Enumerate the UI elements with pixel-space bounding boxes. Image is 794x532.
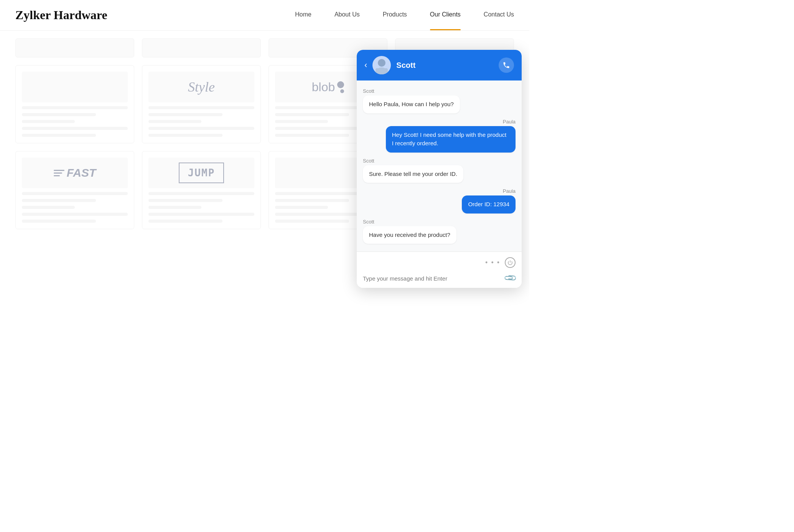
message-group-4: Paula Order ID: 12934 [363,188,516,213]
partial-card-1 [15,38,134,57]
chat-footer: • • • 📎 [357,251,522,288]
msg-sender-paula-1: Paula [363,119,516,125]
card-5-line-4 [22,213,128,216]
nav-about[interactable]: About Us [334,11,360,20]
fast-logo-container: FAST [22,158,128,188]
card-1-line-2 [22,113,96,116]
card-6-line-2 [148,199,222,202]
main-content: Style blob [0,31,529,237]
card-1-line-5 [22,134,96,137]
nav-home[interactable]: Home [295,11,311,20]
msg-sender-scott-1: Scott [363,88,516,94]
phone-icon [502,61,510,69]
card-3-line-5 [275,134,349,137]
chat-end-session-button[interactable] [505,257,516,268]
msg-sender-paula-2: Paula [363,188,516,194]
chat-messages-container: Scott Hello Paula, How can I help you? P… [357,80,522,251]
msg-bubble-3: Sure. Please tell me your order ID. [363,165,463,183]
card-7-line-2 [275,199,349,202]
msg-bubble-1: Hello Paula, How can I help you? [363,95,460,113]
chat-back-button[interactable]: ‹ [364,61,367,69]
jump-logo: JUMP [179,163,224,183]
svg-point-1 [378,59,385,67]
site-logo: Zylker Hardware [15,8,295,22]
card-1-line-4 [22,127,128,130]
blob-text: blob [312,80,335,94]
fast-line-1 [54,170,64,171]
message-group-5: Scott Have you received the product? [363,219,516,244]
chat-toolbar: • • • [363,255,516,270]
jump-logo-container: JUMP [148,158,254,188]
nav-clients[interactable]: Our Clients [430,11,461,20]
card-7-line-3 [275,206,328,209]
fast-speed-lines [54,170,64,176]
card-5-line-5 [22,220,96,223]
fast-line-3 [54,175,60,176]
svg-rect-2 [376,68,388,74]
card-5-line-2 [22,199,96,202]
message-group-3: Scott Sure. Please tell me your order ID… [363,158,516,183]
blob-logo: blob [312,80,344,94]
card-6-line-3 [148,206,201,209]
navbar: Zylker Hardware Home About Us Products O… [0,0,529,31]
card-1-image [22,72,128,102]
blob-dot-large [337,81,344,88]
style-logo: Style [188,79,215,95]
message-group-2: Paula Hey Scott! I need some help with t… [363,119,516,153]
client-card-jump: JUMP [142,151,261,229]
client-card-style: Style [142,65,261,143]
nav-contact[interactable]: Contact Us [484,11,514,20]
client-card-1 [15,65,134,143]
nav-links: Home About Us Products Our Clients Conta… [295,11,514,20]
msg-sender-scott-3: Scott [363,219,516,225]
chat-input-row: 📎 [363,270,516,285]
chat-message-input[interactable] [363,275,502,282]
partial-card-2 [142,38,261,57]
fast-logo: FAST [54,166,96,179]
card-6-line-1 [148,192,254,195]
card-2-line-3 [148,120,201,123]
fast-line-2 [54,172,62,174]
message-group-1: Scott Hello Paula, How can I help you? [363,88,516,113]
card-5-line-1 [22,192,128,195]
msg-sender-scott-2: Scott [363,158,516,164]
card-2-line-5 [148,134,222,137]
msg-bubble-5: Have you received the product? [363,226,456,244]
client-card-fast: FAST [15,151,134,229]
fast-text: FAST [67,166,96,179]
nav-products[interactable]: Products [383,11,407,20]
agent-avatar-image [372,56,391,74]
card-5-line-3 [22,206,75,209]
card-1-line-1 [22,106,128,109]
card-1-line-3 [22,120,75,123]
card-3-line-2 [275,113,349,116]
card-2-line-2 [148,113,222,116]
chat-agent-avatar [372,56,391,74]
card-7-line-5 [275,220,349,223]
chat-agent-name: Scott [396,61,493,70]
card-2-line-1 [148,106,254,109]
msg-bubble-4: Order ID: 12934 [462,195,516,213]
chat-widget: ‹ Scott Scott Hello Paula, How can I he [357,50,522,288]
msg-bubble-2: Hey Scott! I need some help with the pro… [386,126,516,153]
chat-attach-button[interactable]: 📎 [503,271,517,285]
blob-dot-small [340,89,344,93]
card-6-line-5 [148,220,222,223]
card-6-line-4 [148,213,254,216]
chat-header: ‹ Scott [357,50,522,80]
chat-phone-button[interactable] [499,57,514,73]
power-icon [507,260,513,265]
chat-more-options[interactable]: • • • [485,259,500,267]
card-2-line-4 [148,127,254,130]
card-3-line-3 [275,120,328,123]
blob-dots [337,81,344,93]
style-logo-container: Style [148,72,254,102]
